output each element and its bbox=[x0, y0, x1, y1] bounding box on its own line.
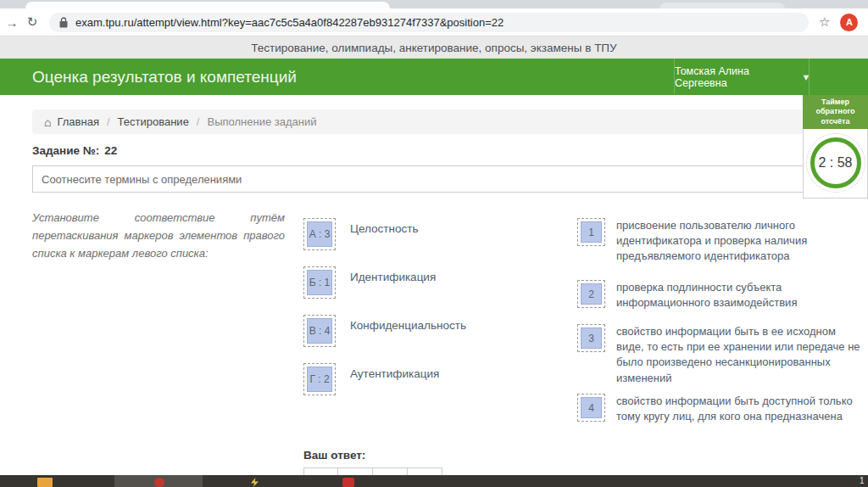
marker-value[interactable]: Б : 1 bbox=[307, 270, 332, 295]
definition-row: 3 свойство информации быть в ее исходном… bbox=[577, 324, 866, 386]
marker-value[interactable]: 3 bbox=[581, 327, 602, 349]
forward-icon[interactable]: → bbox=[2, 15, 22, 30]
site-banner-text: Тестирование, олимпиады, анкетирование, … bbox=[251, 42, 616, 54]
breadcrumb-current: Выполнение заданий bbox=[207, 115, 316, 128]
drag-marker[interactable]: В : 4 bbox=[303, 315, 336, 347]
taskbar-clock: 1 bbox=[860, 476, 865, 485]
answer-label: Ваш ответ: bbox=[303, 449, 365, 462]
lightning-app-icon[interactable] bbox=[251, 478, 259, 487]
definition-row: 1 присвоение пользователю личного иденти… bbox=[577, 218, 866, 265]
definition-text: проверка подлинности субъекта информацио… bbox=[616, 280, 866, 311]
timer-ticks: 2 : 58 bbox=[806, 133, 865, 193]
terms-list: А : 3 Целостность Б : 1 Идентификация В … bbox=[303, 218, 558, 413]
folder-icon[interactable] bbox=[37, 478, 53, 487]
term-label: Целостность bbox=[350, 222, 418, 235]
task-number-value: 22 bbox=[104, 144, 117, 157]
task-number: Задание №:22 bbox=[32, 144, 117, 157]
definition-text: свойство информации быть в ее исходном в… bbox=[616, 324, 866, 386]
question-box: Соотнесите термины с определениями bbox=[32, 165, 826, 193]
red-app-icon[interactable] bbox=[342, 478, 354, 487]
term-label: Аутентификация bbox=[350, 367, 439, 380]
site-banner: Тестирование, олимпиады, анкетирование, … bbox=[0, 36, 868, 59]
marker-value[interactable]: 4 bbox=[581, 397, 602, 418]
marker-value[interactable]: А : 3 bbox=[307, 221, 332, 247]
term-row: Г : 2 Аутентификация bbox=[303, 363, 439, 395]
timer-value: 2 : 58 bbox=[818, 155, 852, 171]
definition-text: присвоение пользователю личного идентифи… bbox=[616, 218, 866, 265]
breadcrumb-separator: / bbox=[197, 115, 200, 128]
drag-marker[interactable]: А : 3 bbox=[303, 218, 336, 250]
bookmark-star-icon[interactable]: ☆ bbox=[819, 14, 830, 30]
definitions-list: 1 присвоение пользователю личного иденти… bbox=[577, 218, 861, 447]
browser-tabstrip bbox=[0, 0, 868, 8]
url-text[interactable]: exam.tpu.ru/attempt/view.html?key=aac7c5… bbox=[75, 16, 504, 29]
drag-marker[interactable]: 3 bbox=[577, 324, 605, 352]
instruction-text: Установите соответствие путём перетаскив… bbox=[32, 210, 285, 262]
term-label: Идентификация bbox=[350, 271, 436, 283]
browser-app-icon[interactable] bbox=[154, 478, 164, 487]
question-text: Соотнесите термины с определениями bbox=[42, 173, 242, 186]
chevron-down-icon: ▾ bbox=[804, 70, 809, 83]
timer-circle: 2 : 58 bbox=[810, 137, 861, 188]
url-bar[interactable]: exam.tpu.ru/attempt/view.html?key=aac7c5… bbox=[49, 13, 809, 32]
user-menu[interactable]: Томская Алина Сергеевна ▾ bbox=[674, 59, 810, 95]
breadcrumb-testing[interactable]: Тестирование bbox=[118, 115, 189, 128]
marker-value[interactable]: Г : 2 bbox=[307, 367, 332, 392]
home-icon[interactable]: ⌂ bbox=[44, 116, 51, 128]
term-row: В : 4 Конфиденциальность bbox=[303, 315, 466, 347]
page-title: Оценка результатов и компетенций bbox=[32, 68, 297, 87]
lock-icon bbox=[59, 17, 68, 28]
breadcrumb-separator: / bbox=[107, 115, 110, 128]
term-row: А : 3 Целостность bbox=[303, 218, 418, 250]
definition-row: 4 свойство информации быть доступной тол… bbox=[577, 394, 866, 424]
breadcrumb-home[interactable]: Главная bbox=[57, 115, 98, 128]
countdown-timer: Таймер обратного отсчёта 2 : 58 bbox=[803, 95, 868, 199]
drag-marker[interactable]: 4 bbox=[577, 394, 605, 422]
term-row: Б : 1 Идентификация bbox=[303, 266, 436, 299]
breadcrumb: ⌂ Главная / Тестирование / Выполнение за… bbox=[32, 109, 836, 134]
reload-icon[interactable]: ↻ bbox=[22, 14, 42, 30]
timer-box: 2 : 58 bbox=[803, 129, 868, 199]
drag-marker[interactable]: 1 bbox=[577, 218, 605, 246]
windows-taskbar: 1 bbox=[0, 475, 868, 487]
marker-value[interactable]: 1 bbox=[581, 221, 602, 243]
task-number-label: Задание №: bbox=[32, 144, 99, 157]
definition-row: 2 проверка подлинности субъекта информац… bbox=[577, 280, 866, 311]
term-label: Конфиденциальность bbox=[350, 319, 466, 332]
user-name: Томская Алина Сергеевна bbox=[675, 65, 799, 89]
timer-label: Таймер обратного отсчёта bbox=[803, 95, 868, 129]
page: → ↻ exam.tpu.ru/attempt/view.html?key=aa… bbox=[0, 0, 868, 487]
browser-avatar[interactable]: A bbox=[840, 14, 858, 31]
marker-value[interactable]: В : 4 bbox=[307, 318, 332, 344]
definition-text: свойство информации быть доступной тольк… bbox=[616, 394, 866, 424]
app-header: Оценка результатов и компетенций Томская… bbox=[0, 59, 868, 95]
browser-toolbar: → ↻ exam.tpu.ru/attempt/view.html?key=aa… bbox=[0, 8, 868, 36]
drag-marker[interactable]: Б : 1 bbox=[303, 266, 336, 299]
drag-marker[interactable]: 2 bbox=[577, 280, 605, 308]
marker-value[interactable]: 2 bbox=[581, 283, 602, 305]
drag-marker[interactable]: Г : 2 bbox=[303, 363, 336, 395]
